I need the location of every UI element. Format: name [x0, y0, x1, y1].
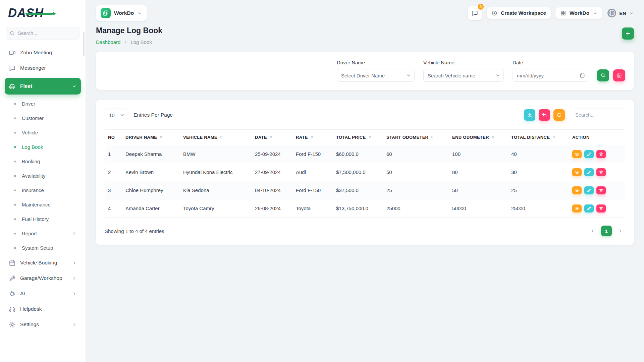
- next-page-button[interactable]: [615, 226, 625, 236]
- delete-button[interactable]: [596, 204, 606, 213]
- edit-button[interactable]: [584, 186, 594, 194]
- add-logbook-button[interactable]: [622, 27, 634, 40]
- workspace-menu-button[interactable]: WorkDo: [555, 7, 602, 19]
- chat-icon: [9, 65, 16, 72]
- edit-button[interactable]: [584, 150, 594, 158]
- prev-page-button[interactable]: [588, 226, 598, 236]
- cell-vehicle-name: Toyota Camry: [180, 199, 252, 218]
- delete-button[interactable]: [596, 168, 606, 176]
- sidebar-subitem-vehicle[interactable]: Vehicle: [5, 125, 81, 140]
- sidebar-subitem-label: Driver: [22, 101, 35, 107]
- sidebar-item-vehicle-booking[interactable]: Vehicle Booking: [5, 255, 81, 270]
- column-no: NO: [105, 130, 122, 145]
- column-rate[interactable]: RATE: [292, 130, 333, 145]
- sidebar-search-input[interactable]: [6, 27, 79, 40]
- driver-name-select[interactable]: Select Driver Name: [337, 69, 415, 82]
- filter-actions: [597, 69, 625, 82]
- workspace-switcher-button[interactable]: WorkDo: [96, 5, 147, 21]
- view-button[interactable]: [572, 150, 582, 158]
- language-selector[interactable]: EN: [607, 8, 634, 18]
- cell-no: 2: [105, 163, 122, 181]
- cell-vehicle-name: Kia Sedona: [180, 181, 252, 199]
- sidebar-item-settings[interactable]: Settings: [5, 317, 81, 332]
- cell-date: 26-08-2024: [252, 199, 292, 218]
- view-button[interactable]: [572, 186, 582, 194]
- cell-driver-name: Kevin Brown: [122, 163, 180, 181]
- sidebar-subitem-insurance[interactable]: Insurance: [5, 183, 81, 197]
- date-label: Date: [513, 60, 588, 65]
- refresh-button[interactable]: [553, 109, 565, 121]
- dot-icon: [13, 159, 17, 164]
- column-total-price[interactable]: TOTAL PRICE: [333, 130, 383, 145]
- sidebar-subitem-driver[interactable]: Driver: [5, 97, 81, 111]
- sidebar-subitem-report[interactable]: Report: [5, 226, 81, 241]
- vehicle-name-select[interactable]: Search Vehicle name: [423, 69, 504, 82]
- messages-button[interactable]: 0: [468, 6, 482, 20]
- trash-icon: [599, 206, 603, 211]
- view-button[interactable]: [572, 204, 582, 213]
- sidebar-item-helpdesk[interactable]: Helpdesk: [5, 301, 81, 317]
- column-end-odometer[interactable]: END ODOMETER: [449, 130, 508, 145]
- undo-button[interactable]: [539, 109, 550, 121]
- logbook-row: 1Deepak SharmaBMW25-09-2024Ford F-150$60…: [105, 145, 625, 163]
- chevron-right-icon: [72, 276, 77, 281]
- page-1-button[interactable]: 1: [601, 226, 612, 236]
- cell-date: 27-09-2024: [252, 163, 292, 181]
- column-total-distance[interactable]: TOTAL DISTANCE: [508, 130, 569, 145]
- entries-per-page-select[interactable]: 10: [105, 109, 128, 121]
- column-vehicle-name[interactable]: VEHICLE NAME: [180, 130, 252, 145]
- edit-button[interactable]: [584, 204, 594, 213]
- view-button[interactable]: [572, 168, 582, 176]
- sidebar-subitem-label: System Setup: [22, 245, 53, 251]
- cell-end-odometer: 80: [449, 163, 508, 181]
- delete-button[interactable]: [596, 150, 606, 158]
- brand-logo[interactable]: DASH: [5, 0, 81, 26]
- sidebar-subitem-system-setup[interactable]: System Setup: [5, 241, 81, 255]
- sidebar-item-fleet[interactable]: Fleet: [5, 78, 81, 95]
- cell-start-odometer: 25000: [383, 199, 449, 218]
- sidebar-scrollbar[interactable]: [83, 32, 85, 56]
- breadcrumb-dashboard-link[interactable]: Dashboard: [96, 39, 120, 45]
- sidebar-item-label: Settings: [20, 321, 39, 327]
- create-workspace-button[interactable]: Create Workspace: [487, 7, 551, 19]
- sidebar-subitem-log-book[interactable]: Log Book: [5, 140, 81, 154]
- sidebar-item-label: AI: [20, 291, 25, 297]
- sidebar-subitem-maintenance[interactable]: Maintenance: [5, 197, 81, 212]
- sidebar-subitem-fuel-history[interactable]: Fuel History: [5, 212, 81, 226]
- filter-reset-button[interactable]: [613, 69, 625, 81]
- sidebar: DASH Zoho MeetingMessengerFleetDriverCus…: [0, 0, 86, 362]
- column-driver-name[interactable]: DRIVER NAME: [122, 130, 180, 145]
- refresh-icon: [556, 112, 562, 118]
- column-start-odometer[interactable]: START ODOMETER: [383, 130, 449, 145]
- eye-icon: [575, 152, 579, 157]
- date-input[interactable]: [513, 69, 588, 82]
- cell-total-distance: 30: [508, 163, 569, 181]
- sidebar-subitem-label: Maintenance: [22, 202, 51, 207]
- cell-action: [569, 199, 625, 218]
- cell-rate: Ford F-150: [292, 145, 333, 163]
- video-icon: [9, 49, 16, 56]
- sidebar-item-zoho-meeting[interactable]: Zoho Meeting: [5, 45, 81, 60]
- sidebar-item-messenger[interactable]: Messenger: [5, 60, 81, 76]
- column-date[interactable]: DATE: [252, 130, 292, 145]
- pencil-icon: [587, 170, 591, 175]
- sidebar-item-ai[interactable]: AI: [5, 286, 81, 301]
- sidebar-subitem-booking[interactable]: Booking: [5, 154, 81, 169]
- date-field: Date: [513, 60, 588, 82]
- table-search-input[interactable]: [571, 109, 625, 121]
- column-action: ACTION: [569, 130, 625, 145]
- chevron-right-icon: [123, 40, 127, 44]
- delete-button[interactable]: [596, 186, 606, 194]
- sidebar-item-label: Garage/Workshop: [20, 275, 62, 281]
- sidebar-subitem-customer[interactable]: Customer: [5, 111, 81, 125]
- edit-button[interactable]: [584, 168, 594, 176]
- sidebar-item-garage-workshop[interactable]: Garage/Workshop: [5, 270, 81, 286]
- cell-start-odometer: 25: [383, 181, 449, 199]
- driver-select-wrap: Select Driver Name: [337, 69, 415, 82]
- cell-total-distance: 25000: [508, 199, 569, 218]
- eye-icon: [575, 206, 579, 211]
- export-button[interactable]: [524, 109, 535, 121]
- page-title-block: Manage Log Book Dashboard Log Book: [96, 26, 162, 45]
- filter-search-button[interactable]: [597, 69, 609, 81]
- sidebar-subitem-availability[interactable]: Availability: [5, 169, 81, 183]
